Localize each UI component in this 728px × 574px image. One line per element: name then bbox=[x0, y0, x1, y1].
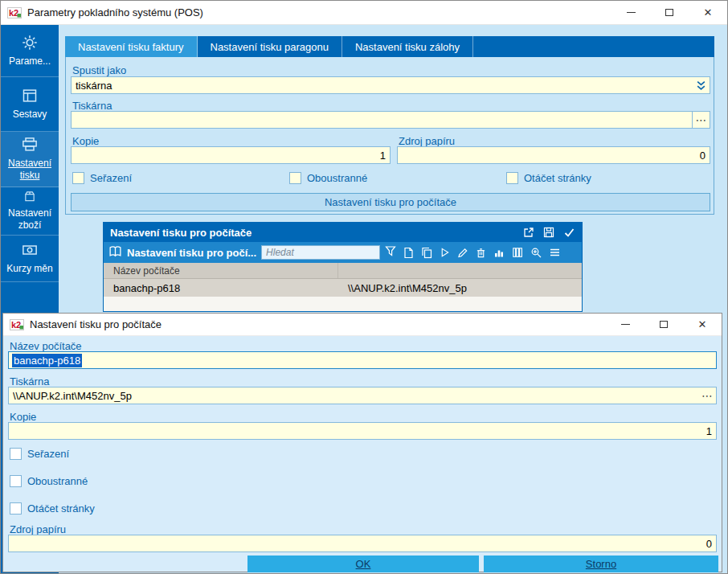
dialog-paper-source-label: Zdroj papíru bbox=[10, 523, 66, 535]
dropdown-icon[interactable] bbox=[692, 77, 710, 93]
printer-input[interactable] bbox=[72, 112, 692, 128]
close-button[interactable]: ✕ bbox=[689, 1, 727, 24]
run-as-label: Spustit jako bbox=[72, 64, 126, 76]
titlebar: k2 Parametry pokladního systému (POS) ✕ bbox=[1, 1, 727, 25]
dialog-paper-source-field bbox=[8, 535, 717, 552]
new-record-icon[interactable] bbox=[403, 247, 414, 259]
dialog-checkbox-serazeni[interactable]: Seřazení bbox=[10, 448, 69, 460]
sidebar-item-label: Nastavení zboží bbox=[3, 207, 56, 232]
computer-name-field[interactable]: banachp-p618 bbox=[8, 351, 717, 369]
sidebar-item-label: Nastavení tisku bbox=[3, 158, 56, 182]
tab-tisk-faktury[interactable]: Nastavení tisku faktury bbox=[65, 36, 198, 57]
dialog-title: Nastavení tisku pro počítače bbox=[30, 318, 162, 330]
tab-tisk-zalohy[interactable]: Nastavení tisku zálohy bbox=[342, 36, 473, 57]
panel-title: Nastavení tisku pro počítače bbox=[110, 227, 252, 239]
dialog-app-icon: k2 bbox=[10, 319, 24, 330]
panel-toolbar: Nastavení tisku pro počí... bbox=[104, 242, 582, 263]
copies-field bbox=[71, 146, 391, 164]
dialog-body: Název počítače banachp-p618 Tiskárna ⋯ K… bbox=[3, 336, 722, 572]
goods-box-icon bbox=[22, 191, 38, 203]
chart-icon[interactable] bbox=[493, 247, 505, 258]
dialog-paper-source-input[interactable] bbox=[9, 535, 716, 551]
maximize-icon bbox=[665, 9, 673, 16]
run-as-input[interactable] bbox=[72, 77, 692, 93]
checkbox-label: Seřazení bbox=[27, 448, 69, 460]
checkbox-box bbox=[506, 172, 518, 184]
copy-record-icon[interactable] bbox=[421, 247, 432, 259]
minimize-button[interactable] bbox=[611, 1, 650, 24]
paper-source-input[interactable] bbox=[398, 147, 710, 163]
toolbar-icons bbox=[403, 247, 561, 259]
checkbox-label: Otáčet stránky bbox=[524, 172, 591, 184]
zoom-settings-icon[interactable] bbox=[530, 247, 542, 258]
checkbox-serazeni[interactable]: Seřazení bbox=[72, 172, 132, 184]
tab-tisk-paragonu[interactable]: Nastavení tisku paragonu bbox=[198, 36, 342, 57]
columns-icon[interactable] bbox=[512, 247, 523, 258]
confirm-check-icon[interactable] bbox=[563, 227, 575, 238]
tab-strip: Nastavení tisku faktury Nastavení tisku … bbox=[65, 36, 714, 57]
sidebar-item-nastaveni-zbozi[interactable]: Nastavení zboží bbox=[1, 187, 59, 236]
dialog-checkbox-otacet-stranky[interactable]: Otáčet stránky bbox=[10, 502, 95, 515]
gear-icon bbox=[22, 35, 38, 51]
search-input[interactable] bbox=[261, 245, 380, 260]
maximize-icon bbox=[660, 321, 668, 328]
dialog-copies-label: Kopie bbox=[10, 411, 36, 423]
copies-label: Kopie bbox=[72, 135, 99, 147]
run-icon[interactable] bbox=[440, 247, 450, 258]
checkbox-oboustranne[interactable]: Oboustranné bbox=[289, 172, 367, 184]
dialog-copies-input[interactable] bbox=[9, 423, 716, 439]
dialog-close-button[interactable]: ✕ bbox=[683, 314, 722, 335]
dialog-minimize-button[interactable] bbox=[606, 314, 644, 335]
table-empty-area bbox=[104, 297, 582, 311]
panel-header: Nastavení tisku pro počítače bbox=[104, 223, 582, 242]
sidebar-item-label: Sestavy bbox=[13, 109, 47, 121]
detach-window-icon[interactable] bbox=[523, 227, 534, 238]
browse-ellipsis-button[interactable]: ⋯ bbox=[692, 112, 710, 128]
dialog-copies-field bbox=[8, 422, 717, 440]
storno-button[interactable]: Storno bbox=[484, 556, 718, 572]
save-icon[interactable] bbox=[543, 227, 554, 238]
reports-icon bbox=[22, 88, 38, 104]
window-controls: ✕ bbox=[611, 1, 727, 24]
browse-ellipsis-button[interactable]: ⋯ bbox=[698, 387, 716, 404]
sidebar-item-label: Parame... bbox=[9, 55, 51, 68]
checkbox-box bbox=[10, 502, 22, 515]
dialog-window-controls: ✕ bbox=[606, 314, 722, 335]
tab-label: Nastavení tisku paragonu bbox=[211, 41, 329, 53]
paper-source-field bbox=[397, 146, 710, 164]
ok-button[interactable]: OK bbox=[247, 556, 479, 572]
dialog-printer-field: ⋯ bbox=[8, 387, 717, 404]
dialog-checkbox-oboustranne[interactable]: Oboustranné bbox=[10, 475, 88, 487]
sidebar-item-sestavy[interactable]: Sestavy bbox=[1, 77, 59, 132]
edit-pencil-icon[interactable] bbox=[457, 247, 468, 258]
tab-label: Nastavení tisku faktury bbox=[78, 41, 184, 53]
toolbar-title: Nastavení tisku pro počí... bbox=[127, 247, 256, 259]
table-header: Název počítače bbox=[104, 263, 582, 279]
table-row[interactable]: banachp-p618 \\ANUP.k2.int\M452nv_5p bbox=[104, 279, 582, 297]
printer-label: Tiskárna bbox=[72, 100, 112, 112]
dialog-printer-label: Tiskárna bbox=[10, 375, 49, 387]
sidebar-item-kurzy-men[interactable]: Kurzy měn bbox=[1, 236, 59, 282]
computer-name-label: Název počítače bbox=[10, 340, 82, 352]
dialog-maximize-button[interactable] bbox=[644, 314, 683, 335]
maximize-button[interactable] bbox=[650, 1, 689, 24]
delete-trash-icon[interactable] bbox=[476, 247, 486, 259]
computer-print-dialog: k2 Nastavení tisku pro počítače ✕ Název … bbox=[2, 313, 722, 572]
svg-text:k2: k2 bbox=[9, 8, 18, 18]
computers-settings-button[interactable]: Nastavení tisku pro počítače bbox=[71, 193, 710, 211]
column-header-computer: Název počítače bbox=[104, 263, 338, 278]
menu-icon[interactable] bbox=[549, 247, 561, 258]
filter-icon[interactable] bbox=[385, 245, 396, 260]
printer-icon bbox=[21, 137, 39, 153]
selected-text: banachp-p618 bbox=[12, 354, 82, 367]
sidebar-item-nastaveni-tisku[interactable]: Nastavení tisku bbox=[1, 132, 59, 187]
close-icon: ✕ bbox=[698, 319, 707, 330]
dialog-printer-input[interactable] bbox=[9, 387, 698, 404]
tab-label: Nastavení tisku zálohy bbox=[355, 41, 460, 53]
printer-path-cell: \\ANUP.k2.int\M452nv_5p bbox=[338, 282, 467, 294]
sidebar-item-parametry[interactable]: Parame... bbox=[1, 25, 59, 77]
checkbox-box bbox=[72, 172, 84, 184]
checkbox-box bbox=[289, 172, 301, 184]
copies-input[interactable] bbox=[72, 147, 390, 163]
checkbox-otacet-stranky[interactable]: Otáčet stránky bbox=[506, 172, 591, 184]
